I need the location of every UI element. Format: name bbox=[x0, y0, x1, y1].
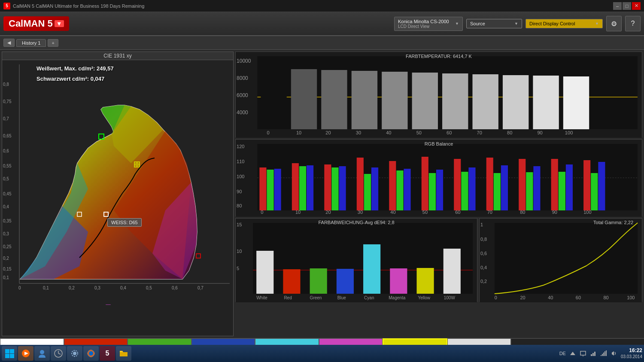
calman-taskbar-icon: 5 bbox=[106, 350, 109, 357]
svg-text:60: 60 bbox=[576, 295, 581, 300]
svg-rect-58 bbox=[533, 76, 559, 129]
meter-dropdown-arrow: ▼ bbox=[455, 21, 459, 26]
source-dropdown[interactable]: Source ▼ bbox=[466, 19, 522, 28]
svg-text:90: 90 bbox=[237, 189, 242, 194]
windows-icon bbox=[4, 348, 15, 359]
svg-rect-99 bbox=[468, 167, 475, 210]
network-icon bbox=[590, 350, 597, 357]
svg-text:40: 40 bbox=[386, 130, 391, 135]
svg-text:0,8: 0,8 bbox=[480, 237, 487, 242]
svg-text:0,1: 0,1 bbox=[43, 286, 49, 290]
start-button[interactable] bbox=[2, 346, 17, 361]
svg-text:0,2: 0,2 bbox=[69, 286, 75, 290]
media-player-taskbar[interactable] bbox=[18, 346, 33, 361]
taskbar-right: DE 16:22 03.03.2014 bbox=[559, 347, 642, 360]
svg-rect-104 bbox=[526, 172, 533, 210]
settings-taskbar[interactable] bbox=[67, 346, 82, 361]
svg-rect-179 bbox=[602, 354, 603, 356]
svg-rect-181 bbox=[605, 351, 605, 356]
svg-rect-102 bbox=[501, 165, 508, 210]
svg-text:80: 80 bbox=[603, 295, 608, 300]
history-bar: ◀ History 1 + bbox=[0, 36, 644, 50]
svg-text:0: 0 bbox=[267, 130, 269, 135]
svg-rect-105 bbox=[533, 166, 540, 210]
svg-text:8000: 8000 bbox=[237, 75, 248, 81]
close-button[interactable]: ✕ bbox=[632, 2, 641, 10]
svg-text:0,5: 0,5 bbox=[3, 176, 9, 181]
titlebar: 5 CalMAN 5 CalMAN Ultimate for Business … bbox=[0, 0, 644, 12]
display-dropdown[interactable]: Direct Display Control ▼ bbox=[526, 19, 603, 28]
svg-text:0: 0 bbox=[261, 210, 263, 215]
svg-text:0,6: 0,6 bbox=[3, 149, 9, 153]
svg-marker-183 bbox=[612, 351, 614, 356]
svg-text:100: 100 bbox=[565, 130, 573, 135]
svg-rect-72 bbox=[257, 144, 638, 210]
svg-rect-87 bbox=[339, 166, 346, 210]
cie-panel: CIE 1931 xy Weißwert, Max. cd/m²: 249,57… bbox=[2, 52, 234, 336]
svg-rect-132 bbox=[337, 269, 354, 294]
history-add-button[interactable]: + bbox=[48, 39, 58, 47]
svg-text:0,7: 0,7 bbox=[3, 116, 9, 121]
svg-rect-38 bbox=[196, 254, 200, 258]
svg-rect-90 bbox=[371, 167, 378, 210]
svg-text:0,35: 0,35 bbox=[3, 219, 12, 223]
svg-text:0: 0 bbox=[495, 295, 497, 300]
source-dropdown-arrow: ▼ bbox=[514, 21, 518, 26]
explorer-taskbar[interactable] bbox=[116, 346, 131, 361]
svg-text:0,55: 0,55 bbox=[3, 164, 12, 168]
svg-rect-175 bbox=[591, 354, 592, 356]
svg-marker-172 bbox=[570, 352, 575, 355]
meter-label: Konica Minolta CS-2000 bbox=[398, 19, 453, 24]
farb-svg: 15 10 5 bbox=[236, 219, 477, 302]
meter-dropdown[interactable]: Konica Minolta CS-2000 LCD Direct View ▼ bbox=[394, 17, 463, 31]
main-content: CIE 1931 xy Weißwert, Max. cd/m²: 249,57… bbox=[0, 50, 644, 338]
svg-text:15: 15 bbox=[237, 222, 242, 227]
svg-rect-160 bbox=[5, 354, 9, 358]
svg-point-168 bbox=[73, 352, 76, 355]
clock-taskbar[interactable] bbox=[51, 346, 66, 361]
svg-text:0,4: 0,4 bbox=[120, 286, 126, 290]
svg-rect-109 bbox=[583, 160, 590, 210]
svg-text:1: 1 bbox=[480, 222, 483, 227]
rgb-balance-title: RGB Balance bbox=[425, 141, 453, 146]
date-text: 03.03.2014 bbox=[621, 354, 642, 359]
history-prev-button[interactable]: ◀ bbox=[3, 39, 15, 47]
help-button[interactable]: ? bbox=[625, 16, 641, 31]
svg-text:60: 60 bbox=[455, 210, 460, 215]
svg-text:20: 20 bbox=[325, 210, 331, 215]
calman-taskbar[interactable]: 5 bbox=[100, 346, 115, 361]
svg-rect-133 bbox=[363, 244, 380, 294]
logo-arrow[interactable]: ▼ bbox=[55, 20, 64, 27]
svg-rect-50 bbox=[291, 69, 317, 129]
svg-rect-54 bbox=[412, 73, 438, 129]
display-dropdown-arrow: ▼ bbox=[595, 21, 599, 26]
svg-rect-95 bbox=[429, 173, 436, 210]
minimize-button[interactable]: – bbox=[613, 2, 622, 10]
clock-icon bbox=[54, 349, 63, 358]
history-tab[interactable]: History 1 bbox=[16, 39, 46, 47]
settings-button[interactable]: ⚙ bbox=[606, 16, 622, 31]
svg-rect-111 bbox=[598, 162, 605, 210]
svg-text:70: 70 bbox=[487, 210, 492, 215]
maximize-button[interactable]: □ bbox=[623, 2, 631, 10]
firefox-taskbar[interactable] bbox=[83, 346, 99, 361]
svg-text:0: 0 bbox=[18, 286, 21, 290]
svg-text:10: 10 bbox=[295, 210, 301, 215]
svg-rect-89 bbox=[364, 174, 371, 210]
svg-text:10: 10 bbox=[296, 130, 301, 135]
svg-rect-110 bbox=[591, 173, 598, 210]
display-label: Direct Display Control bbox=[529, 21, 593, 26]
logo-text: CalMAN 5 bbox=[9, 18, 53, 29]
svg-text:10: 10 bbox=[237, 249, 242, 254]
svg-rect-134 bbox=[390, 268, 407, 294]
user-taskbar[interactable] bbox=[34, 346, 50, 361]
svg-text:20: 20 bbox=[520, 295, 526, 300]
volume-icon bbox=[611, 350, 617, 357]
svg-rect-53 bbox=[382, 72, 407, 129]
svg-rect-83 bbox=[299, 166, 306, 210]
svg-text:10000: 10000 bbox=[237, 58, 251, 64]
right-panel: FARBTEMPERATUR: 6414,7 K 10000 8000 6000… bbox=[235, 52, 642, 336]
window-controls: – □ ✕ bbox=[613, 2, 641, 10]
meter-sub: LCD Direct View bbox=[398, 24, 453, 29]
gamma-title: Total Gamma: 2,22 bbox=[593, 220, 633, 225]
